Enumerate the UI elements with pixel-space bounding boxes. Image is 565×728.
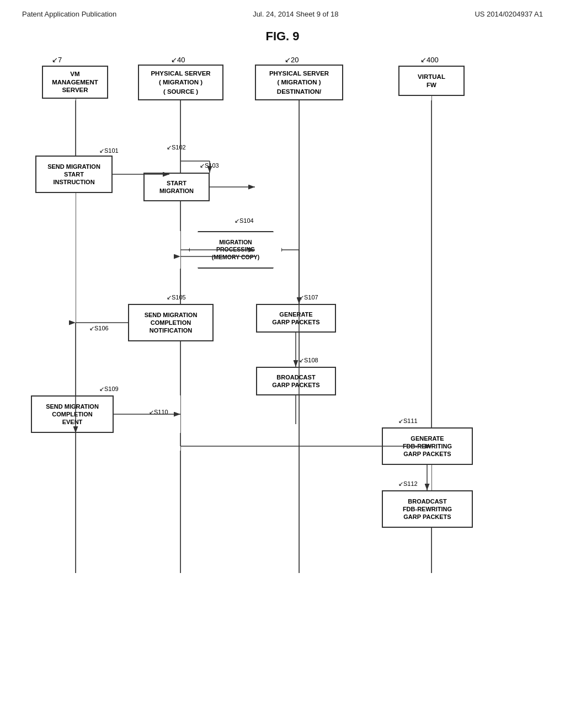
s109-label: ↙S109 (99, 386, 119, 393)
arrows-svg (18, 55, 547, 661)
col20-box: PHYSICAL SERVER( MIGRATION )DESTINATION/ (255, 65, 343, 100)
s104-label: ↙S104 (234, 217, 254, 224)
s112-label: ↙S112 (398, 480, 418, 488)
s102-label: ↙S102 (167, 144, 186, 151)
step-s105: SEND MIGRATIONCOMPLETIONNOTIFICATION (128, 304, 214, 341)
col20-label: ↙20 (285, 56, 299, 64)
step-s112: BROADCASTFDB-REWRITINGGARP PACKETS (382, 490, 473, 528)
step-s107: GENERATEGARP PACKETS (256, 304, 336, 333)
step-s104-diamond: MIGRATIONPROCESSING(MEMORY COPY) (189, 231, 282, 269)
s107-label: ↙S107 (299, 294, 318, 301)
step-s111: GENERATEFDB-REWRITINGGARP PACKETS (382, 427, 473, 465)
col400-label: ↙400 (420, 56, 439, 64)
step-s108: BROADCASTGARP PACKETS (256, 367, 336, 395)
s106-label: ↙S106 (89, 325, 109, 332)
col7-box: VMMANAGEMENTSERVER (42, 66, 108, 99)
s111-label: ↙S111 (398, 417, 418, 425)
header-left: Patent Application Publication (22, 10, 116, 18)
lane-col20 (299, 93, 300, 573)
col400-box: VIRTUALFW (398, 66, 465, 96)
figure-title: FIG. 9 (0, 29, 565, 44)
col40-label: ↙40 (171, 56, 185, 64)
diagram-area: ↙7 VMMANAGEMENTSERVER ↙40 PHYSICAL SERVE… (18, 55, 547, 661)
step-s101: SEND MIGRATIONSTARTINSTRUCTION (35, 156, 113, 193)
header-right: US 2014/0204937 A1 (475, 10, 543, 18)
s103-label: ↙S103 (200, 162, 219, 169)
col40-box: PHYSICAL SERVER( MIGRATION )( SOURCE ) (138, 65, 223, 100)
step-s109: SEND MIGRATIONCOMPLETIONEVENT (31, 395, 114, 433)
col7-label: ↙7 (52, 56, 62, 64)
step-s103: STARTMIGRATION (143, 173, 210, 201)
header-center: Jul. 24, 2014 Sheet 9 of 18 (253, 10, 338, 18)
s101-label: ↙S101 (99, 147, 119, 154)
header: Patent Application Publication Jul. 24, … (0, 0, 565, 24)
s105-label: ↙S105 (167, 294, 186, 301)
s110-label: ↙S110 (149, 409, 168, 416)
s108-label: ↙S108 (299, 357, 318, 364)
